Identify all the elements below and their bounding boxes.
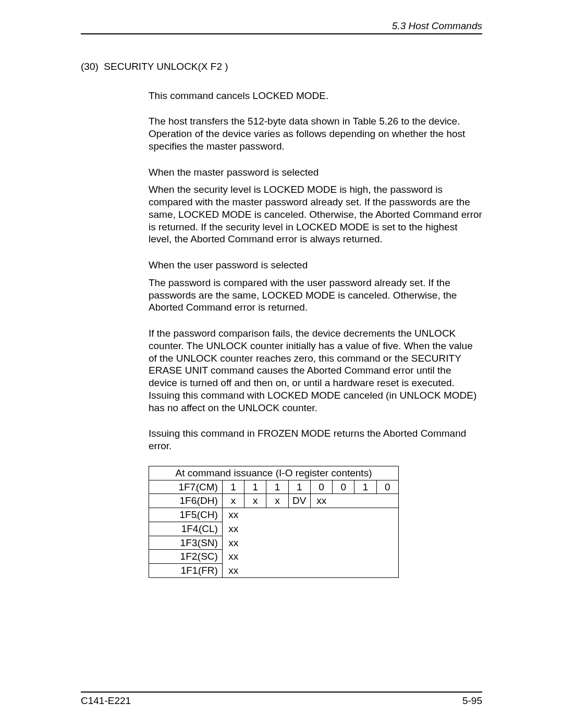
doc-number: C141-E221 [81, 695, 131, 707]
command-heading: (30) SECURITY UNLOCK(X F2 ) [81, 60, 482, 73]
bit-cell: xx [222, 550, 244, 564]
paragraph: The password is compared with the user p… [149, 277, 482, 314]
bit-cell [244, 522, 399, 536]
table-title: At command issuance (I-O register conten… [149, 466, 399, 480]
bit-cell: 0 [376, 480, 398, 494]
page-footer: C141-E221 5-95 [81, 692, 482, 707]
bit-cell: xx [222, 508, 244, 522]
bit-cell: x [222, 494, 244, 508]
bit-cell: xx [222, 536, 244, 550]
command-title: SECURITY UNLOCK(X F2 ) [104, 61, 228, 72]
table-row: 1F4h(CL)xx [149, 522, 399, 536]
paragraph: When the user password is selected [149, 259, 482, 272]
bit-cell [244, 564, 399, 578]
register-label: 1F1h(FR) [149, 564, 223, 578]
register-label: 1F7h(CM) [149, 480, 223, 494]
table-row: 1F6h(DH)xxxDVxx [149, 494, 399, 508]
body-column: This command cancels LOCKED MODE. The ho… [149, 90, 482, 578]
bit-cell [244, 550, 399, 564]
table-row: 1F2h(SC)xx [149, 550, 399, 564]
table-row: 1F3h(SN)xx [149, 536, 399, 550]
section-title: 5.3 Host Commands [392, 20, 482, 31]
paragraph: This command cancels LOCKED MODE. [149, 90, 482, 102]
bit-cell: x [266, 494, 288, 508]
bit-cell: 1 [288, 480, 310, 494]
paragraph: Issuing this command in FROZEN MODE retu… [149, 427, 482, 452]
bit-cell [244, 536, 399, 550]
register-label: 1F4h(CL) [149, 522, 223, 536]
bit-cell: xx [222, 564, 244, 578]
paragraph: When the master password is selected [149, 166, 482, 179]
bit-cell: 1 [244, 480, 266, 494]
bit-cell [244, 508, 399, 522]
paragraph: If the password comparison fails, the de… [149, 327, 482, 414]
bit-cell: 1 [354, 480, 376, 494]
bit-cell: 0 [333, 480, 354, 494]
register-table-body: At command issuance (I-O register conten… [149, 466, 399, 577]
register-label: 1F6h(DH) [149, 494, 223, 508]
section-header: 5.3 Host Commands [81, 20, 482, 34]
register-label: 1F5h(CH) [149, 508, 223, 522]
bit-cell: xx [310, 494, 332, 508]
register-label: 1F2h(SC) [149, 550, 223, 564]
bit-cell: 1 [222, 480, 244, 494]
page-number: 5-95 [462, 695, 482, 707]
table-row: 1F5h(CH)xx [149, 508, 399, 522]
register-label: 1F3h(SN) [149, 536, 223, 550]
paragraph: The host transfers the 512-byte data sho… [149, 115, 482, 152]
paragraph: When the security level is LOCKED MODE i… [149, 183, 482, 245]
bit-cell: DV [288, 494, 310, 508]
bit-cell: 0 [310, 480, 332, 494]
command-number: (30) [81, 61, 99, 72]
bit-cell: x [244, 494, 266, 508]
table-row: 1F7h(CM)11110010 [149, 480, 399, 494]
page: 5.3 Host Commands (30) SECURITY UNLOCK(X… [0, 0, 563, 728]
bit-cell: 1 [266, 480, 288, 494]
register-table: At command issuance (I-O register conten… [149, 466, 399, 578]
bit-cell: xx [222, 522, 244, 536]
bit-cell [333, 494, 399, 508]
table-row: 1F1h(FR)xx [149, 564, 399, 578]
